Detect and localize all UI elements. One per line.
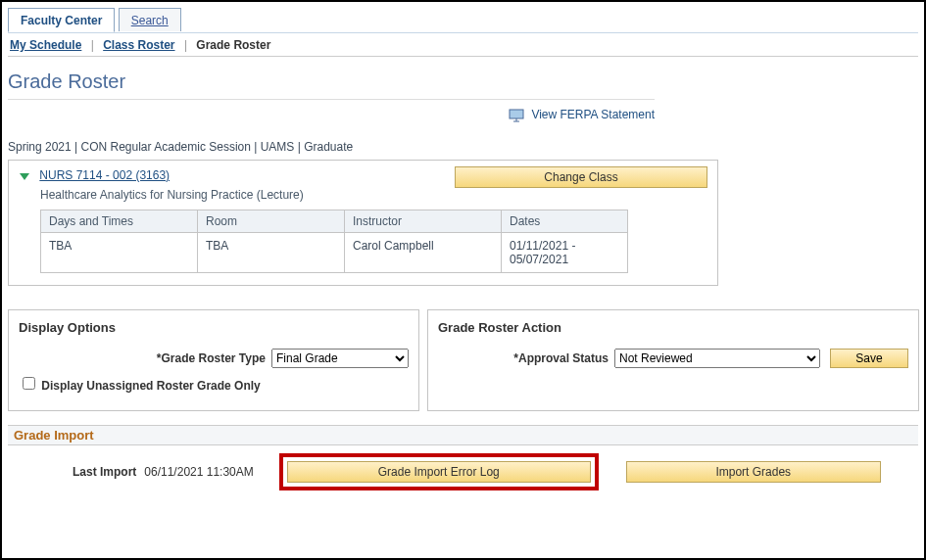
- tab-faculty-center[interactable]: Faculty Center: [8, 8, 115, 32]
- roster-type-select[interactable]: Final Grade: [271, 349, 409, 368]
- presentation-icon: [509, 109, 524, 122]
- col-dates: Dates: [502, 210, 628, 232]
- last-import-label: Last Import: [73, 465, 136, 479]
- tab-row: Faculty Center Search: [8, 8, 918, 33]
- error-log-highlight: Grade Import Error Log: [279, 453, 599, 490]
- roster-action-panel: Grade Roster Action *Approval Status Not…: [427, 309, 919, 411]
- col-room: Room: [198, 210, 345, 232]
- tab-search[interactable]: Search: [119, 8, 181, 31]
- grade-import-row: Last Import 06/11/2021 11:30AM Grade Imp…: [8, 445, 918, 500]
- view-ferpa-link[interactable]: View FERPA Statement: [509, 108, 655, 121]
- last-import-value: 06/11/2021 11:30AM: [144, 465, 253, 479]
- approval-status-select[interactable]: Not Reviewed: [614, 349, 820, 368]
- class-link[interactable]: NURS 7114 - 002 (3163): [39, 168, 170, 182]
- change-class-button[interactable]: Change Class: [455, 166, 707, 188]
- cell-room: TBA: [198, 232, 345, 272]
- cell-instructor: Carol Campbell: [345, 232, 502, 272]
- svg-marker-3: [20, 173, 29, 180]
- subnav: My Schedule | Class Roster | Grade Roste…: [8, 33, 918, 57]
- class-info-box: Change Class NURS 7114 - 002 (3163) Heal…: [8, 160, 718, 286]
- class-description: Healthcare Analytics for Nursing Practic…: [40, 188, 707, 202]
- svg-rect-0: [510, 110, 523, 118]
- grade-import-error-log-button[interactable]: Grade Import Error Log: [287, 461, 591, 483]
- col-days-times: Days and Times: [41, 210, 198, 232]
- term-info: Spring 2021 | CON Regular Academic Sessi…: [8, 140, 918, 154]
- separator: |: [184, 38, 187, 52]
- display-options-panel: Display Options *Grade Roster Type Final…: [8, 309, 419, 411]
- separator: |: [91, 38, 94, 52]
- subnav-class-roster[interactable]: Class Roster: [103, 38, 174, 52]
- class-schedule-table: Days and Times Room Instructor Dates TBA…: [40, 210, 628, 273]
- table-row: TBA TBA Carol Campbell 01/11/2021 - 05/0…: [41, 232, 628, 272]
- ferpa-row: View FERPA Statement: [8, 108, 655, 122]
- approval-status-label: *Approval Status: [438, 351, 614, 365]
- cell-dates: 01/11/2021 - 05/07/2021: [502, 232, 628, 272]
- panel-title: Grade Roster Action: [438, 320, 908, 335]
- cell-days-times: TBA: [41, 232, 198, 272]
- col-instructor: Instructor: [345, 210, 502, 232]
- save-button[interactable]: Save: [830, 349, 908, 368]
- tab-label: Search: [131, 14, 169, 27]
- unassigned-checkbox[interactable]: [23, 377, 35, 390]
- tab-label: Faculty Center: [21, 14, 102, 27]
- roster-type-label: *Grade Roster Type: [19, 351, 271, 365]
- unassigned-label: Display Unassigned Roster Grade Only: [41, 379, 260, 393]
- collapse-toggle-icon[interactable]: [19, 171, 30, 186]
- grade-import-header: Grade Import: [8, 425, 918, 445]
- ferpa-text: View FERPA Statement: [531, 108, 655, 121]
- page-title: Grade Roster: [8, 70, 655, 100]
- panel-title: Display Options: [19, 320, 409, 335]
- import-grades-button[interactable]: Import Grades: [626, 461, 881, 483]
- subnav-grade-roster: Grade Roster: [196, 38, 270, 52]
- subnav-my-schedule[interactable]: My Schedule: [10, 38, 81, 52]
